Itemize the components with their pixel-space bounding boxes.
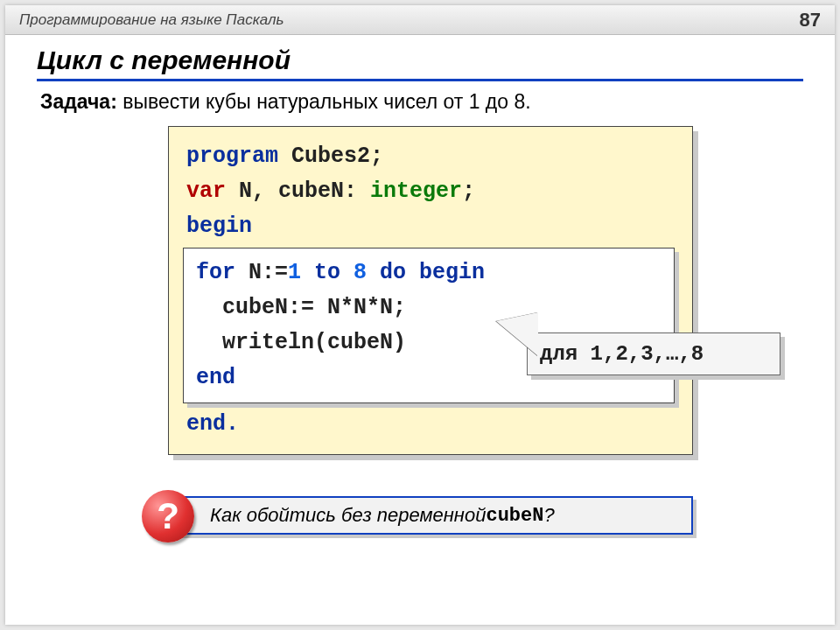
question-badge-icon: ? xyxy=(142,490,194,542)
question-var: cubeN xyxy=(486,505,543,527)
kw-for: for xyxy=(196,260,235,285)
task-line: Задача: вывести кубы натуральных чисел о… xyxy=(40,90,803,114)
code-line-1: program Cubes2; xyxy=(186,139,675,174)
code-block-wrap: program Cubes2; var N, cubeN: integer; b… xyxy=(168,126,693,455)
task-text: вывести кубы натуральных чисел от 1 до 8… xyxy=(117,90,531,113)
question-box: Как обойтись без переменной cubeN ? xyxy=(168,496,693,535)
content-area: Цикл с переменной Задача: вывести кубы н… xyxy=(5,35,835,541)
code-block-outer: program Cubes2; var N, cubeN: integer; b… xyxy=(168,126,693,455)
semi: ; xyxy=(462,178,475,204)
question-row: Как обойтись без переменной cubeN ? ? xyxy=(142,492,803,541)
num-one: 1 xyxy=(288,260,301,285)
prog-name: Cubes2; xyxy=(278,144,383,169)
task-label: Задача: xyxy=(40,90,117,113)
top-bar: Программирование на языке Паскаль 87 xyxy=(5,5,835,35)
kw-begin: begin xyxy=(186,214,252,239)
slide-title: Цикл с переменной xyxy=(37,46,803,81)
loop-line-1: for N:=1 to 8 do begin xyxy=(196,256,662,290)
kw-var: var xyxy=(186,178,226,204)
question-mark: ? xyxy=(157,495,179,537)
kw-integer: integer xyxy=(370,178,462,204)
slide: Программирование на языке Паскаль 87 Цик… xyxy=(5,5,835,625)
kw-end-loop: end xyxy=(196,365,235,390)
kw-do-begin: do begin xyxy=(367,260,485,285)
kw-end: end. xyxy=(186,411,239,437)
loop-line-2: cubeN:= N*N*N; xyxy=(196,290,662,326)
code-line-end: end. xyxy=(186,407,675,442)
kw-program: program xyxy=(186,144,278,169)
page-number: 87 xyxy=(800,9,821,32)
loop-mid1: N:= xyxy=(235,260,288,285)
callout-text: для 1,2,3,…,8 xyxy=(540,342,704,366)
code-line-3: begin xyxy=(186,209,675,244)
code-line-2: var N, cubeN: integer; xyxy=(186,174,675,209)
var-list: N, cubeN: xyxy=(226,178,370,204)
course-title: Программирование на языке Паскаль xyxy=(19,11,284,29)
question-text-after: ? xyxy=(543,504,554,527)
kw-to: to xyxy=(301,260,354,285)
code-block-inner: for N:=1 to 8 do begin cubeN:= N*N*N; wr… xyxy=(183,248,675,403)
num-eight: 8 xyxy=(354,260,367,285)
callout-box: для 1,2,3,…,8 xyxy=(527,332,780,375)
question-text-before: Как обойтись без переменной xyxy=(210,504,486,527)
